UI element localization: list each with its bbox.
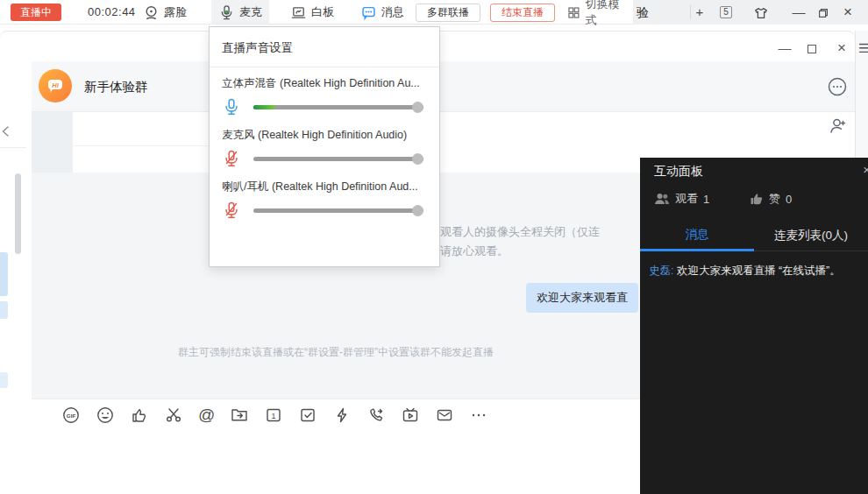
sound-settings-panel: 直播声音设置 立体声混音 (Realtek High Definition Au… (209, 26, 440, 267)
group-title: 新手体验群 (84, 61, 148, 112)
toolbar-item-mic[interactable]: 麦克 (211, 0, 269, 25)
left-list-fragment (0, 252, 8, 296)
live-toolbar: 直播中 00:02:44 露脸 麦克 白板 消息 多群联播 结束直播 切换模 (0, 0, 633, 25)
live-stats: 观看 1 赞 0 (640, 191, 868, 212)
panel-close-icon[interactable]: × (863, 162, 868, 177)
tab-messages[interactable]: 消息 (640, 223, 754, 251)
svg-text:GIF: GIF (67, 412, 76, 418)
toolbar-item-face[interactable]: 露脸 (136, 0, 194, 25)
slider-label: 麦克风 (Realtek High Definition Audio) (222, 128, 427, 143)
toolbar-item-switch-mode[interactable]: 切换模式 (559, 0, 633, 25)
left-scrollbar-thumb[interactable] (15, 173, 21, 254)
message-label: 消息 (381, 4, 404, 20)
mic-muted-icon (222, 149, 243, 168)
task-check-icon[interactable] (298, 406, 317, 425)
svg-text:HI: HI (52, 81, 59, 89)
whiteboard-icon (290, 4, 307, 21)
slider-label: 立体声混音 (Realtek High Definition Au... (222, 76, 427, 91)
viewers-icon (654, 192, 670, 206)
panel-tabs: 消息 连麦列表(0人) (640, 223, 868, 251)
system-info-line: 观看人的摄像头全程关闭（仅连 (440, 224, 600, 240)
speaker-muted-icon (222, 201, 243, 220)
slider-label: 喇叭/耳机 (Realtek High Definition Aud... (222, 180, 427, 194)
new-tab-plus-icon[interactable]: + (692, 0, 708, 25)
left-strip-divider (0, 147, 26, 148)
app-root: 验 + 5 — × 直播中 00:02:44 露脸 麦克 (0, 0, 868, 494)
viewers-stat: 观看 1 (654, 191, 709, 207)
titlebar-divider (690, 5, 691, 19)
likes-stat: 赞 0 (750, 191, 792, 207)
outgoing-message-bubble: 欢迎大家来观看直 (526, 283, 638, 313)
tab-count-badge[interactable]: 5 (720, 6, 732, 18)
folder-send-icon[interactable] (230, 406, 249, 425)
slider-thumb[interactable] (412, 102, 423, 113)
chat-maximize-icon[interactable] (808, 45, 816, 53)
toolbar-item-message[interactable]: 消息 (353, 0, 411, 25)
outer-right-strip: ☰ (855, 31, 868, 158)
left-list-fragment (0, 372, 8, 388)
live-notice-text: 群主可强制结束该直播或在“群设置-群管理”中设置该群不能发起直播 (32, 345, 640, 360)
mic-level-icon (218, 4, 235, 21)
svg-text:1: 1 (272, 411, 276, 420)
collapse-chevron-icon[interactable] (0, 123, 12, 138)
gif-icon[interactable]: GIF (61, 406, 81, 425)
system-info-line: 请放心观看。 (440, 243, 509, 259)
interaction-panel: 互动面板 × 观看 1 赞 0 消息 连麦列表(0人) 史磊: 欢迎大家来观看直… (640, 158, 868, 494)
viewers-label: 观看 (675, 191, 698, 207)
chat-bubble-icon (360, 4, 377, 21)
pinned-gray-block (32, 112, 73, 173)
mail-icon[interactable] (435, 406, 454, 425)
outer-close-icon[interactable]: × (838, 0, 857, 25)
scissors-icon[interactable] (164, 406, 183, 425)
group-avatar[interactable]: HI (39, 69, 72, 102)
tab-mic-list[interactable]: 连麦列表(0人) (754, 223, 868, 251)
more-icon[interactable] (469, 406, 488, 425)
volume-slider[interactable] (253, 105, 423, 109)
likes-count: 0 (786, 193, 792, 206)
audio-level-meter (253, 105, 275, 109)
menu-hamburger-icon[interactable]: ☰ (858, 41, 868, 55)
lightning-icon[interactable] (332, 406, 352, 425)
mic-label: 麦克 (239, 4, 262, 20)
slider-group-microphone: 麦克风 (Realtek High Definition Audio) (210, 119, 439, 171)
mention-icon[interactable]: @ (198, 406, 215, 425)
sound-panel-title: 直播声音设置 (210, 27, 439, 67)
left-list-fragment (0, 301, 8, 319)
slider-thumb[interactable] (412, 153, 423, 165)
mic-active-icon (222, 97, 243, 116)
chat-close-icon[interactable]: × (830, 39, 853, 58)
live-timer: 00:02:44 (88, 0, 136, 25)
viewers-count: 1 (703, 193, 709, 206)
volume-slider[interactable] (253, 208, 423, 213)
whiteboard-label: 白板 (311, 4, 334, 20)
slider-group-speaker: 喇叭/耳机 (Realtek High Definition Aud... (210, 171, 439, 222)
slider-thumb[interactable] (412, 205, 423, 216)
interaction-panel-title: 互动面板 (654, 164, 703, 180)
message-sender: 史磊: (649, 265, 673, 277)
likes-label: 赞 (769, 191, 780, 207)
chat-minimize-icon[interactable]: — (773, 39, 796, 58)
chat-header (32, 61, 855, 112)
more-options-icon[interactable] (826, 75, 849, 98)
add-member-icon[interactable] (828, 116, 849, 137)
switch-mode-label: 切换模式 (586, 0, 626, 28)
outer-restore-icon[interactable] (814, 0, 833, 25)
emoji-icon[interactable] (96, 406, 115, 425)
calendar-icon[interactable]: 1 (264, 406, 283, 425)
slider-group-stereo-mix: 立体声混音 (Realtek High Definition Au... (210, 67, 439, 119)
shirt-theme-icon[interactable] (751, 0, 772, 25)
toolbar-item-whiteboard[interactable]: 白板 (283, 0, 341, 25)
panel-message: 史磊: 欢迎大家来观看直播 “在线试播”。 (649, 263, 863, 279)
face-label: 露脸 (164, 4, 187, 20)
thumbs-up-icon[interactable] (130, 406, 149, 425)
phone-call-icon[interactable] (366, 406, 386, 425)
volume-slider[interactable] (253, 157, 423, 161)
multicast-button[interactable]: 多群联播 (416, 4, 480, 22)
video-play-icon[interactable] (401, 406, 420, 425)
message-text: 欢迎大家来观看直播 “在线试播”。 (673, 265, 840, 277)
outer-minimize-icon[interactable]: — (789, 0, 808, 25)
live-status-badge: 直播中 (11, 4, 61, 21)
end-live-button[interactable]: 结束直播 (490, 4, 555, 22)
likes-icon (750, 192, 764, 206)
browser-tab-remnant[interactable]: 验 (637, 0, 649, 25)
